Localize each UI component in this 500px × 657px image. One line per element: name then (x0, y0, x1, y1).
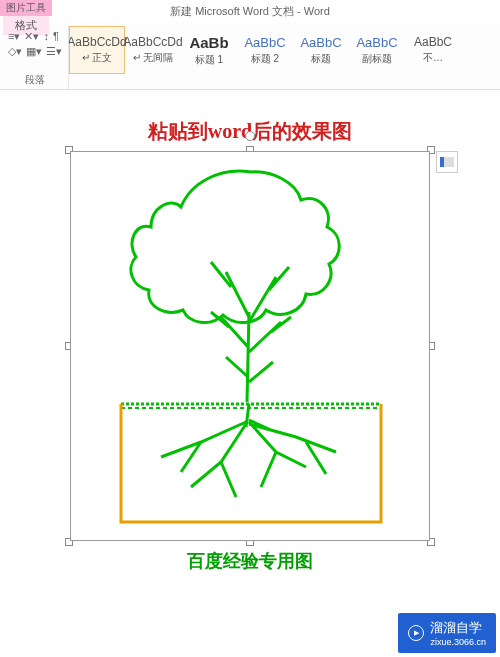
watermark-text: 溜溜自学 (430, 620, 482, 635)
style-preview: AaBbC (414, 35, 452, 49)
style-item-4[interactable]: AaBbC标题 (293, 26, 349, 74)
list-bullet-icon[interactable]: ≡▾ (8, 30, 20, 43)
layout-options-button[interactable] (436, 151, 458, 173)
style-item-6[interactable]: AaBbC不… (405, 26, 461, 74)
picture-tools-tab[interactable]: 图片工具 格式 (0, 0, 52, 22)
sort-icon[interactable]: ✕▾ (24, 30, 39, 43)
play-icon (408, 625, 424, 641)
style-preview: AaBb (189, 34, 228, 51)
style-name: ↵ 正文 (82, 51, 113, 65)
style-preview: AaBbCcDd (123, 35, 182, 49)
rotate-handle[interactable] (245, 131, 255, 141)
paragraph-group: ≡▾ ✕▾ ↕ ¶ ◇▾ ▦▾ ☰▾ 段落 (2, 26, 69, 89)
watermark: 溜溜自学 zixue.3066.cn (398, 613, 496, 653)
image-container (70, 151, 430, 541)
style-item-0[interactable]: AaBbCcDd↵ 正文 (69, 26, 125, 74)
inserted-image[interactable] (70, 151, 430, 541)
styles-gallery[interactable]: AaBbCcDd↵ 正文AaBbCcDd↵ 无间隔AaBb标题 1AaBbC标题… (69, 26, 498, 89)
watermark-url: zixue.3066.cn (430, 637, 486, 647)
style-name: 副标题 (362, 52, 392, 66)
style-name: 标题 2 (251, 52, 279, 66)
style-name: 标题 (311, 52, 331, 66)
style-name: 不… (423, 51, 443, 65)
align-icon[interactable]: ☰▾ (46, 45, 62, 58)
style-preview: AaBbC (300, 35, 341, 50)
document-area: 粘贴到word后的效果图 (0, 90, 500, 650)
style-item-5[interactable]: AaBbC副标题 (349, 26, 405, 74)
style-item-2[interactable]: AaBb标题 1 (181, 26, 237, 74)
style-preview: AaBbCcDd (69, 35, 127, 49)
style-name: 标题 1 (195, 53, 223, 67)
tree-drawing (71, 152, 431, 542)
style-preview: AaBbC (244, 35, 285, 50)
show-marks-icon[interactable]: ¶ (53, 30, 59, 43)
window-title: 新建 Microsoft Word 文档 - Word (170, 4, 330, 19)
paragraph-label: 段落 (25, 73, 45, 89)
border-icon[interactable]: ▦▾ (26, 45, 42, 58)
layout-options-icon (440, 157, 454, 167)
ribbon: ≡▾ ✕▾ ↕ ¶ ◇▾ ▦▾ ☰▾ 段落 AaBbCcDd↵ 正文AaBbCc… (0, 22, 500, 90)
style-item-1[interactable]: AaBbCcDd↵ 无间隔 (125, 26, 181, 74)
style-preview: AaBbC (356, 35, 397, 50)
context-tab-label: 图片工具 (0, 0, 52, 16)
style-name: ↵ 无间隔 (133, 51, 174, 65)
style-item-3[interactable]: AaBbC标题 2 (237, 26, 293, 74)
shading-icon[interactable]: ◇▾ (8, 45, 22, 58)
indent-dec-icon[interactable]: ↕ (43, 30, 49, 43)
caption-text: 百度经验专用图 (40, 549, 460, 573)
